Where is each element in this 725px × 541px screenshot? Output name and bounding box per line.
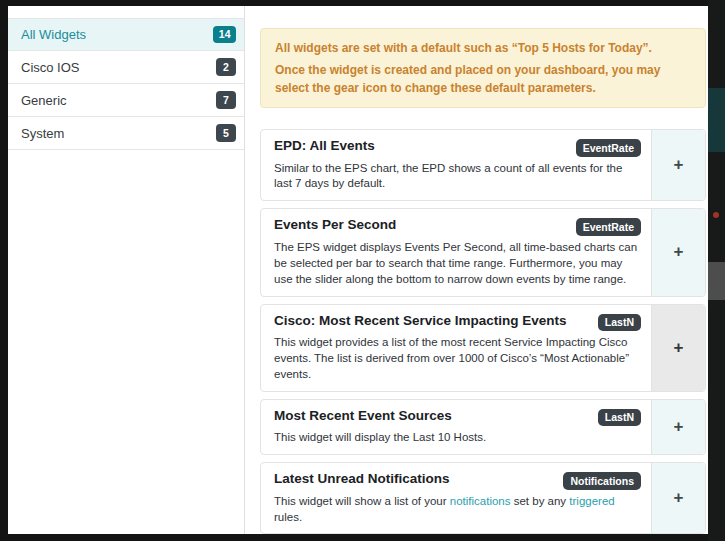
widget-description: This widget will show a list of your not… <box>274 494 641 526</box>
widget-category-badge: Notifications <box>563 472 641 490</box>
plus-icon: + <box>674 338 684 358</box>
widget-card-body: Cisco: Most Recent Service Impacting Eve… <box>261 305 651 391</box>
count-badge: 7 <box>216 91 236 109</box>
notifications-link[interactable]: notifications <box>450 495 511 507</box>
widget-title: Events Per Second <box>274 217 396 233</box>
widget-card: Cisco: Most Recent Service Impacting Eve… <box>260 304 706 392</box>
triggered-link[interactable]: triggered <box>569 495 614 507</box>
add-widget-button[interactable]: + <box>651 209 705 295</box>
widget-card-body: Events Per Second EventRate The EPS widg… <box>261 209 651 295</box>
sidebar-item-system[interactable]: System 5 <box>8 117 244 150</box>
category-sidebar: All Widgets 14 Cisco IOS 2 Generic 7 Sys… <box>8 18 244 150</box>
add-widget-button[interactable]: + <box>651 400 705 454</box>
widget-description: The EPS widget displays Events Per Secon… <box>274 240 641 288</box>
sidebar-item-label: All Widgets <box>21 27 86 42</box>
widget-category-badge: LastN <box>598 409 641 427</box>
backdrop-red-dot <box>713 212 719 218</box>
widget-gallery-panel: All Widgets 14 Cisco IOS 2 Generic 7 Sys… <box>8 6 708 534</box>
count-badge: 2 <box>216 58 236 76</box>
info-alert: All widgets are set with a default such … <box>260 28 706 108</box>
plus-icon: + <box>674 155 684 175</box>
add-widget-button[interactable]: + <box>651 130 705 200</box>
plus-icon: + <box>674 417 684 437</box>
add-widget-button[interactable]: + <box>651 305 705 391</box>
sidebar-item-generic[interactable]: Generic 7 <box>8 84 244 117</box>
widget-category-badge: LastN <box>598 314 641 332</box>
alert-line-1: All widgets are set with a default such … <box>275 39 691 57</box>
sidebar-item-label: Cisco IOS <box>21 60 80 75</box>
backdrop-teal-fragment <box>708 88 725 152</box>
widget-title: Most Recent Event Sources <box>274 408 452 424</box>
sidebar-item-label: System <box>21 126 64 141</box>
widget-category-badge: EventRate <box>576 139 641 157</box>
backdrop-gray-fragment <box>708 262 725 300</box>
sidebar-item-cisco-ios[interactable]: Cisco IOS 2 <box>8 51 244 84</box>
widget-list-pane: All widgets are set with a default such … <box>253 6 708 534</box>
count-badge: 5 <box>216 124 236 142</box>
widget-title: Latest Unread Notifications <box>274 471 450 487</box>
widget-title: Cisco: Most Recent Service Impacting Eve… <box>274 313 567 329</box>
description-text: set by any <box>511 495 570 507</box>
widget-card-body: EPD: All Events EventRate Similar to the… <box>261 130 651 200</box>
description-text: rules. <box>274 511 302 523</box>
widget-card-body: Latest Unread Notifications Notification… <box>261 463 651 533</box>
sidebar-item-all-widgets[interactable]: All Widgets 14 <box>8 18 244 51</box>
widget-card: Events Per Second EventRate The EPS widg… <box>260 208 706 296</box>
widget-description: Similar to the EPS chart, the EPD shows … <box>274 161 641 193</box>
widget-description: This widget provides a list of the most … <box>274 335 641 383</box>
widget-category-badge: EventRate <box>576 218 641 236</box>
widget-card: EPD: All Events EventRate Similar to the… <box>260 129 706 201</box>
widget-card: Most Recent Event Sources LastN This wid… <box>260 399 706 455</box>
sidebar-divider <box>244 6 245 534</box>
widget-card: Latest Unread Notifications Notification… <box>260 462 706 534</box>
plus-icon: + <box>674 242 684 262</box>
alert-line-2: Once the widget is created and placed on… <box>275 61 691 97</box>
add-widget-button[interactable]: + <box>651 463 705 533</box>
sidebar-item-label: Generic <box>21 93 67 108</box>
widget-description: This widget will display the Last 10 Hos… <box>274 430 641 446</box>
widget-card-body: Most Recent Event Sources LastN This wid… <box>261 400 651 454</box>
plus-icon: + <box>674 488 684 508</box>
description-text: This widget will show a list of your <box>274 495 450 507</box>
widget-title: EPD: All Events <box>274 138 375 154</box>
count-badge: 14 <box>213 26 236 44</box>
